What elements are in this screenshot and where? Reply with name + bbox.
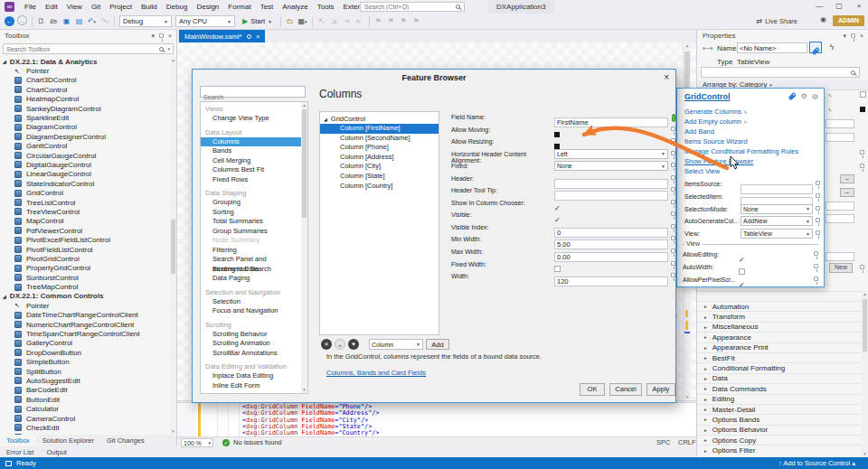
pin-icon[interactable] — [671, 163, 675, 167]
toolbox-item[interactable]: StateIndicatorControl — [0, 179, 170, 188]
field-select[interactable]: AddNew▼ — [741, 216, 813, 226]
tree-column-node[interactable]: Column [FirstName] — [320, 124, 439, 134]
pin-icon[interactable] — [159, 30, 164, 42]
nav-scrollbar[interactable]: ▴ ▾ — [301, 102, 307, 393]
configuration-dropdown[interactable]: Debug▼ — [119, 15, 172, 27]
help-icon[interactable]: ◍ — [812, 92, 818, 100]
open-file-icon[interactable]: 🗁 — [48, 15, 60, 27]
tree-root-node[interactable]: ◢GridControl — [320, 114, 439, 124]
apply-button[interactable]: Apply — [646, 383, 675, 396]
tree-column-node[interactable]: Column [State] — [320, 172, 439, 182]
toolbox-item[interactable]: GridControl — [0, 188, 170, 197]
dialog-nav-item[interactable]: Scrolling Animation — [201, 339, 301, 349]
smart-panel-link[interactable]: Manage Conditional Formatting Rules — [684, 146, 818, 156]
toolbox-item[interactable]: SimpleButton — [0, 358, 170, 367]
find-in-files-icon[interactable]: 🗀 — [284, 15, 296, 27]
toolbox-item[interactable]: AutoSuggestEdit — [0, 376, 170, 385]
property-category[interactable]: ▸BestFit — [697, 352, 863, 362]
toolbox-item[interactable]: CameraControl — [0, 414, 170, 423]
property-category[interactable]: ▸Editing — [697, 394, 863, 404]
navigate-back-button[interactable]: ← — [4, 15, 15, 27]
toolbox-item[interactable]: DropDownButton — [0, 348, 170, 357]
menu-view[interactable]: View — [62, 3, 87, 11]
move-up-button[interactable]: ▲ — [335, 339, 345, 350]
dialog-nav-item[interactable]: Bands — [201, 146, 301, 156]
toolbox-item[interactable]: SunburstControl — [0, 273, 170, 282]
toolbox-item[interactable]: Calculator — [0, 404, 170, 413]
dialog-nav-section[interactable]: Data Shaping — [201, 188, 301, 198]
close-icon[interactable]: × — [664, 72, 669, 82]
smart-panel-link[interactable]: Generate Columnsϟ — [684, 107, 818, 117]
toolbox-item[interactable]: PropertyGridControl — [0, 264, 170, 273]
pin-icon[interactable] — [671, 151, 675, 155]
property-value-input[interactable] — [826, 133, 854, 142]
dialog-nav-item[interactable]: Fixed Rows — [201, 175, 301, 185]
toolbox-item[interactable]: ButtonEdit — [0, 395, 170, 404]
toolbox-item[interactable]: DigitalGaugeControl — [0, 160, 170, 169]
document-tab[interactable]: MainWindow.xaml* × — [179, 30, 265, 42]
dialog-nav-item[interactable]: Change View Type — [201, 114, 301, 124]
dialog-nav-item[interactable]: Data Paging — [201, 274, 301, 284]
menu-git[interactable]: Git — [87, 3, 105, 11]
toolbox-item[interactable]: ↖Pointer — [0, 66, 170, 75]
property-category[interactable]: ▸Data — [697, 373, 863, 383]
gear-icon[interactable]: ⚙ — [801, 92, 807, 100]
dialog-nav-item[interactable]: Sorting — [201, 208, 301, 218]
tree-column-node[interactable]: Column [Phone] — [320, 143, 439, 153]
toolbox-item[interactable]: HeatmapControl — [0, 95, 170, 104]
menu-test[interactable]: Test — [256, 3, 278, 11]
documentation-link[interactable]: Columns, Bands and Card Fields — [326, 369, 426, 377]
menu-project[interactable]: Project — [105, 3, 137, 11]
line-ending-indicator[interactable]: CRLF — [678, 438, 696, 447]
redo-icon[interactable]: ↷▾ — [99, 15, 110, 27]
property-category[interactable]: ▸Appearance — [697, 332, 863, 342]
dialog-search-box[interactable] — [200, 86, 306, 98]
toolbox-item[interactable]: LinearGaugeControl — [0, 170, 170, 179]
column-type-dropdown[interactable]: Column ▼ — [369, 339, 423, 350]
toolbox-item[interactable]: GanttControl — [0, 142, 170, 151]
dialog-nav-item[interactable]: Grouping — [201, 198, 301, 208]
panel-tab-toolbox[interactable]: Toolbox — [0, 435, 36, 446]
pin-icon[interactable] — [671, 273, 675, 277]
feedback-icon[interactable]: ◉ — [820, 15, 826, 23]
close-icon[interactable]: × — [168, 30, 172, 42]
toolbox-item[interactable]: NumericChartRangeControlClient — [0, 320, 170, 329]
menu-debug[interactable]: Debug — [162, 3, 193, 11]
property-category[interactable]: ▸Transform — [697, 311, 863, 321]
toolbox-search-input[interactable] — [4, 46, 156, 52]
pin-icon[interactable] — [671, 236, 675, 240]
properties-search-input[interactable] — [702, 70, 847, 76]
global-search-input[interactable] — [361, 4, 452, 10]
pin-icon[interactable] — [851, 30, 855, 42]
start-debug-button[interactable]: ▶ Start ▼ — [239, 15, 276, 27]
panel-tab-git-changes[interactable]: Git Changes — [100, 435, 151, 446]
dialog-nav-item[interactable]: Filtering — [201, 246, 301, 256]
smart-panel-link[interactable]: Add Band — [684, 127, 818, 136]
dialog-nav-item[interactable]: Scrolling Behavior — [201, 330, 301, 340]
scroll-up-icon[interactable]: ▴ — [170, 57, 176, 63]
menu-tools[interactable]: Tools — [313, 3, 339, 11]
toolbox-item[interactable]: SankeyDiagramControl — [0, 104, 170, 113]
pin-icon[interactable] — [816, 230, 820, 235]
scroll-down-icon[interactable]: ▾ — [862, 451, 868, 457]
menu-analyze[interactable]: Analyze — [278, 3, 312, 11]
pin-icon[interactable] — [671, 175, 675, 180]
toolbox-item[interactable]: GalleryControl — [0, 339, 170, 348]
toolbox-item[interactable]: SplitButton — [0, 367, 170, 376]
dialog-nav-item[interactable]: Node Summary — [201, 236, 301, 246]
dialog-nav-item[interactable]: Selection — [201, 297, 301, 307]
pin-icon[interactable] — [860, 150, 864, 155]
pin-icon[interactable] — [816, 218, 820, 222]
dialog-nav-item[interactable]: Group Summaries — [201, 227, 301, 237]
panel-tab-error-list[interactable]: Error List — [0, 446, 40, 457]
dialog-nav-section[interactable]: Views — [201, 104, 301, 114]
menu-build[interactable]: Build — [137, 3, 162, 11]
property-category[interactable]: ▸Data Commands — [697, 383, 863, 393]
move-down-button[interactable]: ▼ — [348, 339, 359, 350]
close-button[interactable]: × — [850, 0, 868, 13]
property-category[interactable]: ▸Conditional Formatting — [697, 362, 863, 372]
scroll-down-icon[interactable]: ▾ — [170, 428, 176, 435]
dialog-nav-item[interactable]: Cell Merging — [201, 156, 301, 166]
toolbox-scrollbar[interactable]: ▴ ▾ — [170, 57, 176, 435]
grid-checkbox[interactable] — [860, 91, 866, 98]
